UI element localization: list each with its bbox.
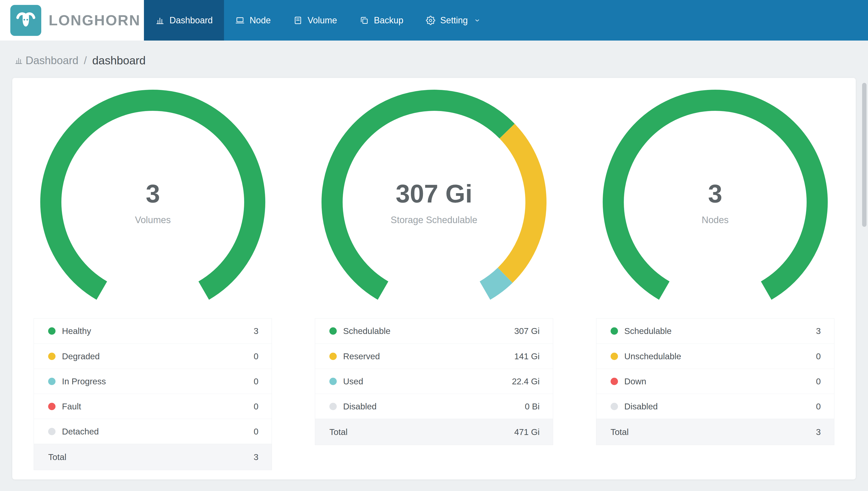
- total-value: 3: [254, 452, 258, 462]
- legend-total-row: Total 471 Gi: [315, 419, 553, 445]
- used-dot: [329, 378, 337, 385]
- legend-total-row: Total 3: [34, 444, 272, 470]
- breadcrumb-separator: /: [84, 54, 87, 66]
- legend-label: Unschedulable: [624, 351, 681, 361]
- legend-label: Disabled: [624, 402, 658, 411]
- legend-value: 0: [816, 351, 820, 361]
- nav-item-volume[interactable]: Volume: [282, 0, 348, 40]
- legend-row-used: Used 22.4 Gi: [315, 369, 553, 394]
- nodes-gauge: 3 Nodes: [602, 89, 828, 315]
- legend-value: 141 Gi: [514, 351, 539, 361]
- legend-row-down: Down 0: [596, 369, 834, 394]
- detached-dot: [48, 428, 56, 435]
- legend-row-reserved: Reserved 141 Gi: [315, 344, 553, 369]
- legend-label: Used: [343, 376, 363, 386]
- legend-label: In Progress: [62, 376, 106, 386]
- storage-caption: Storage Schedulable: [391, 215, 477, 225]
- gauge-panels: 3 Volumes Healthy 3 Degraded 0 In Progr: [12, 89, 856, 470]
- legend-value: 0: [816, 402, 820, 411]
- nav-item-node[interactable]: Node: [224, 0, 282, 40]
- volumes-gauge-center: 3 Volumes: [40, 89, 266, 315]
- disabled-dot: [329, 403, 337, 410]
- legend-row-unschedulable: Unschedulable 0: [596, 344, 834, 369]
- volumes-panel: 3 Volumes Healthy 3 Degraded 0 In Progr: [12, 89, 293, 470]
- legend-row-schedulable: Schedulable 307 Gi: [315, 318, 553, 344]
- main-nav: Dashboard Node Volume Backup Setting: [144, 0, 492, 40]
- nav-label: Backup: [374, 15, 403, 26]
- legend-row-detached: Detached 0: [34, 419, 272, 444]
- legend-row-disabled: Disabled 0 Bi: [315, 394, 553, 419]
- legend-value: 0: [816, 376, 820, 386]
- longhorn-logo[interactable]: LONGHORN: [0, 0, 144, 40]
- bar-chart-icon: [14, 56, 23, 65]
- legend-label: Degraded: [62, 351, 100, 361]
- scrollbar-track[interactable]: [862, 43, 867, 489]
- legend-value: 3: [816, 326, 820, 336]
- breadcrumb-current-page: dashboard: [92, 54, 146, 67]
- reserved-dot: [329, 353, 337, 360]
- legend-total-row: Total 3: [596, 419, 834, 445]
- legend-label: Detached: [62, 427, 99, 436]
- nodes-panel: 3 Nodes Schedulable 3 Unschedulable 0 D: [575, 89, 856, 470]
- breadcrumb-section[interactable]: Dashboard: [26, 54, 79, 66]
- total-label: Total: [329, 427, 347, 437]
- nav-label: Setting: [440, 15, 468, 26]
- database-icon: [293, 16, 303, 25]
- legend-row-fault: Fault 0: [34, 394, 272, 419]
- legend-label: Healthy: [62, 326, 91, 336]
- legend-value: 0: [254, 351, 258, 361]
- schedulable-dot: [611, 327, 618, 335]
- bull-logo-icon: [10, 5, 41, 36]
- copy-icon: [360, 16, 369, 25]
- scrollbar-thumb[interactable]: [862, 83, 867, 227]
- nodes-legend: Schedulable 3 Unschedulable 0 Down 0 Dis…: [596, 318, 834, 445]
- in-progress-dot: [48, 378, 56, 385]
- legend-label: Down: [624, 376, 646, 386]
- legend-label: Schedulable: [624, 326, 672, 336]
- nav-label: Node: [250, 15, 271, 26]
- nav-item-setting[interactable]: Setting: [414, 0, 492, 40]
- total-value: 471 Gi: [514, 427, 539, 437]
- nav-label: Dashboard: [169, 15, 213, 26]
- unschedulable-dot: [611, 353, 618, 360]
- nav-item-backup[interactable]: Backup: [348, 0, 414, 40]
- nodes-caption: Nodes: [702, 215, 729, 225]
- down-dot: [611, 378, 618, 385]
- legend-label: Disabled: [343, 402, 376, 411]
- degraded-dot: [48, 353, 56, 360]
- computer-icon: [235, 16, 245, 25]
- legend-row-schedulable: Schedulable 3: [596, 318, 834, 344]
- nav-label: Volume: [308, 15, 337, 26]
- volumes-count: 3: [146, 179, 160, 208]
- fault-dot: [48, 403, 56, 410]
- legend-label: Schedulable: [343, 326, 391, 336]
- top-nav: LONGHORN Dashboard Node Volume Backup: [0, 0, 868, 40]
- legend-value: 0: [254, 402, 258, 411]
- legend-row-healthy: Healthy 3: [34, 318, 272, 344]
- storage-gauge-center: 307 Gi Storage Schedulable: [321, 89, 547, 315]
- schedulable-dot: [329, 327, 337, 335]
- breadcrumb: Dashboard / dashboard: [0, 40, 868, 67]
- legend-label: Fault: [62, 402, 81, 411]
- chevron-down-icon: [473, 17, 481, 24]
- volumes-gauge: 3 Volumes: [40, 89, 266, 315]
- legend-value: 0: [254, 376, 258, 386]
- storage-amount: 307 Gi: [396, 179, 472, 208]
- bar-chart-icon: [155, 16, 164, 25]
- legend-value: 307 Gi: [514, 326, 539, 336]
- volumes-legend: Healthy 3 Degraded 0 In Progress 0 Fault…: [34, 318, 272, 470]
- legend-row-disabled: Disabled 0: [596, 394, 834, 419]
- legend-row-degraded: Degraded 0: [34, 344, 272, 369]
- legend-row-in-progress: In Progress 0: [34, 369, 272, 394]
- storage-panel: 307 Gi Storage Schedulable Schedulable 3…: [293, 89, 575, 470]
- brand-name: LONGHORN: [49, 12, 141, 29]
- disabled-dot: [611, 403, 618, 410]
- storage-gauge: 307 Gi Storage Schedulable: [321, 89, 547, 315]
- healthy-dot: [48, 327, 56, 335]
- volumes-caption: Volumes: [135, 215, 171, 225]
- total-label: Total: [48, 452, 66, 462]
- storage-legend: Schedulable 307 Gi Reserved 141 Gi Used …: [315, 318, 553, 445]
- legend-value: 22.4 Gi: [512, 376, 539, 386]
- total-label: Total: [611, 427, 629, 437]
- nav-item-dashboard[interactable]: Dashboard: [144, 0, 224, 40]
